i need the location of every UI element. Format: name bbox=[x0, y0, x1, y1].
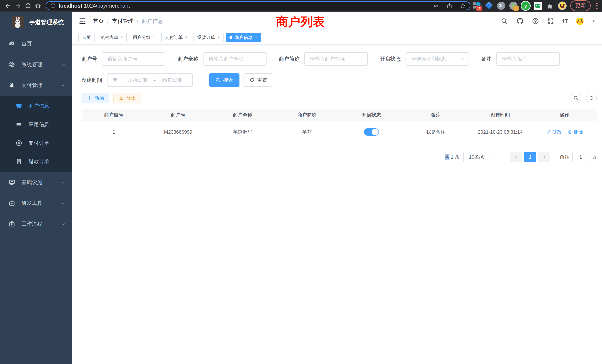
close-icon[interactable]: × bbox=[217, 35, 220, 40]
sidebar-item-workflow[interactable]: 工作流程 bbox=[0, 214, 72, 234]
bookmark-star-icon[interactable] bbox=[460, 3, 466, 9]
browser-forward-button[interactable] bbox=[13, 1, 23, 11]
monitor-icon bbox=[8, 179, 16, 186]
help-icon[interactable] bbox=[532, 18, 539, 25]
command-extension-icon[interactable]: ⌘ bbox=[497, 1, 505, 10]
gem-extension-icon[interactable] bbox=[485, 1, 493, 10]
browser-home-button[interactable] bbox=[33, 1, 43, 11]
status-select[interactable]: 请选择开启状态 bbox=[406, 52, 469, 66]
close-icon[interactable]: × bbox=[153, 35, 155, 40]
browser-reload-button[interactable] bbox=[23, 1, 33, 11]
export-button[interactable]: 导出 bbox=[113, 93, 141, 103]
avatar-caret-icon[interactable] bbox=[592, 19, 596, 23]
emoji-avatar bbox=[558, 1, 567, 10]
profile-avatar-icon[interactable] bbox=[558, 1, 567, 10]
full-name-input[interactable] bbox=[203, 52, 267, 66]
browser-back-button[interactable] bbox=[3, 1, 13, 11]
tab-label: 商户信息 bbox=[235, 34, 252, 40]
red-annotation-text: 商户列表 bbox=[276, 14, 325, 30]
remark-input[interactable] bbox=[496, 52, 560, 66]
sidebar-item-pay-order[interactable]: 支付订单 bbox=[0, 134, 72, 152]
extensions-puzzle-icon[interactable] bbox=[546, 1, 554, 10]
cell-merchant-id: 1 bbox=[82, 129, 146, 135]
font-size-icon[interactable]: tT bbox=[562, 18, 568, 25]
site-info-icon[interactable] bbox=[50, 3, 56, 9]
page-size-select[interactable]: 10条/页 bbox=[463, 152, 498, 162]
sidebar-item-label: 商户信息 bbox=[29, 103, 49, 109]
github-icon[interactable] bbox=[516, 17, 524, 25]
tab-process-form[interactable]: 流程表单× bbox=[97, 33, 127, 42]
breadcrumb-home[interactable]: 首页 bbox=[93, 17, 104, 25]
sidebar-item-dev-tools[interactable]: 研发工具 bbox=[0, 193, 72, 214]
field-label: 商户号 bbox=[82, 55, 97, 63]
merchant-no-input[interactable] bbox=[102, 52, 165, 66]
tab-pay-order[interactable]: 支付订单× bbox=[161, 33, 191, 42]
short-name-input[interactable] bbox=[304, 52, 368, 66]
edit-link[interactable]: 修改 bbox=[546, 129, 562, 135]
grid-icon bbox=[15, 121, 23, 128]
status-dot-extension-icon[interactable]: 1 bbox=[509, 1, 518, 10]
delete-link[interactable]: 删除 bbox=[567, 129, 583, 135]
sidebar-collapse-icon[interactable] bbox=[79, 17, 86, 25]
start-date-placeholder[interactable]: 开始日期 bbox=[122, 77, 153, 83]
sidebar-item-home[interactable]: 首页 bbox=[0, 33, 72, 54]
prev-page-button[interactable] bbox=[510, 152, 522, 162]
column-header: 备注 bbox=[404, 112, 468, 118]
trash-icon bbox=[567, 129, 572, 134]
search-icon[interactable] bbox=[501, 18, 508, 25]
sidebar-item-merchant-info[interactable]: 商户信息 bbox=[0, 97, 72, 115]
next-page-button[interactable] bbox=[538, 152, 550, 162]
share-icon[interactable] bbox=[447, 3, 452, 9]
sidebar-item-refund-order[interactable]: 退款订单 bbox=[0, 152, 72, 171]
column-header: 商户简称 bbox=[275, 112, 339, 118]
sidebar-logo-row[interactable]: 芋道管理系统 bbox=[0, 12, 72, 33]
tab-home[interactable]: 首页 bbox=[78, 33, 95, 42]
yen-icon: ¥ bbox=[8, 82, 16, 89]
app-title: 芋道管理系统 bbox=[29, 18, 64, 26]
table-toolbar-right bbox=[570, 93, 597, 103]
password-key-icon[interactable] bbox=[433, 3, 439, 9]
tab-merchant-info[interactable]: 商户信息× bbox=[226, 33, 261, 42]
toggle-search-button[interactable] bbox=[570, 93, 581, 103]
sidebar-item-payment[interactable]: ¥ 支付管理 bbox=[0, 75, 72, 96]
yudao-extension-icon[interactable]: y bbox=[521, 1, 530, 10]
sidebar-item-app-info[interactable]: 应用信息 bbox=[0, 115, 72, 134]
page-size-value: 10条/页 bbox=[469, 154, 485, 160]
browser-menu-icon[interactable] bbox=[595, 3, 599, 9]
sidebar-item-system[interactable]: 系统管理 bbox=[0, 54, 72, 75]
tab-refund-order[interactable]: 退款订单× bbox=[194, 33, 224, 42]
shop-icon bbox=[15, 103, 23, 109]
sidebar-item-infrastructure[interactable]: 基础设施 bbox=[0, 172, 72, 193]
breadcrumb-payment[interactable]: 支付管理 bbox=[112, 17, 133, 25]
end-date-placeholder[interactable]: 结束日期 bbox=[157, 77, 188, 83]
close-icon[interactable]: × bbox=[120, 35, 123, 40]
page-number-button[interactable]: 1 bbox=[524, 152, 536, 162]
ext-square-bottom bbox=[473, 6, 476, 9]
tab-user-group[interactable]: 用户分组× bbox=[129, 33, 159, 42]
edit-icon bbox=[546, 129, 551, 134]
close-icon[interactable]: × bbox=[185, 35, 188, 40]
filter-status: 开启状态 请选择开启状态 bbox=[380, 52, 469, 66]
close-icon[interactable]: × bbox=[255, 35, 257, 40]
tab-manager-extension-icon[interactable]: 10 bbox=[473, 1, 481, 10]
reset-button[interactable]: 重置 bbox=[244, 73, 273, 87]
search-button-label: 搜索 bbox=[223, 77, 233, 83]
goto-page-input[interactable] bbox=[572, 152, 589, 162]
address-bar[interactable]: localhost:1024/pay/merchant bbox=[46, 1, 470, 10]
chevron-down-icon bbox=[488, 154, 493, 160]
date-range-picker[interactable]: 开始日期 - 结束日期 bbox=[107, 73, 193, 87]
add-button[interactable]: 新增 bbox=[82, 93, 109, 103]
top-navbar: 首页 / 支付管理 / 商户信息 商户列表 tT bbox=[72, 12, 602, 30]
refresh-table-button[interactable] bbox=[586, 93, 597, 103]
column-header: 开启状态 bbox=[339, 112, 404, 118]
user-avatar[interactable] bbox=[576, 18, 583, 25]
search-button[interactable]: 搜索 bbox=[209, 73, 239, 87]
column-header: 操作 bbox=[533, 112, 597, 118]
sidebar-item-label: 支付订单 bbox=[29, 139, 49, 147]
cell-full-name: 芋道源码 bbox=[210, 129, 275, 135]
chrome-update-button[interactable]: 更新 bbox=[570, 0, 591, 11]
fullscreen-icon[interactable] bbox=[547, 18, 554, 25]
chat-extension-icon[interactable] bbox=[534, 1, 542, 10]
yen-circle-icon bbox=[15, 139, 23, 147]
status-toggle[interactable] bbox=[364, 128, 379, 136]
